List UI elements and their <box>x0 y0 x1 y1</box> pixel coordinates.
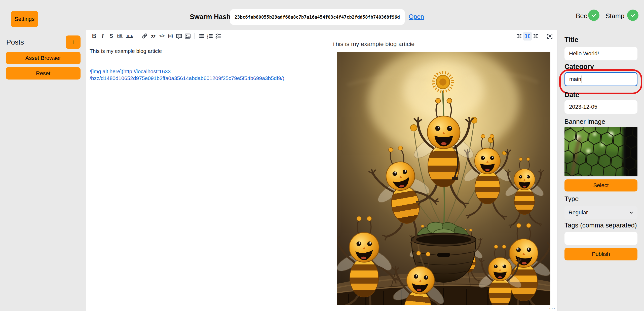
editor-only-view-icon[interactable] <box>515 32 523 41</box>
checklist-icon[interactable] <box>214 32 223 40</box>
publish-button[interactable]: Publish <box>564 248 637 260</box>
chevron-down-icon <box>628 210 634 215</box>
banner-image <box>564 127 637 176</box>
strikethrough-icon[interactable]: S <box>107 32 116 40</box>
etherjot-blog-editor: Settings Swarm Hash Open Bee Stamp Posts… <box>0 0 644 311</box>
editor-image-markdown: /bzz/d1480d10652d975e091b2ffa0a35614abda… <box>90 75 319 82</box>
select-banner-button[interactable]: Select <box>564 179 637 191</box>
bold-icon[interactable]: B <box>90 32 98 40</box>
category-value: main <box>569 76 581 83</box>
settings-button[interactable]: Settings <box>11 11 38 27</box>
image-icon[interactable] <box>183 32 192 40</box>
type-selected-value: Regular <box>569 209 588 216</box>
preview-paragraph: This is my example blog article <box>332 43 557 48</box>
type-select[interactable]: Regular <box>564 206 637 219</box>
horizontal-rule-icon[interactable]: HR <box>116 32 124 40</box>
open-link[interactable]: Open <box>409 13 424 20</box>
italic-icon[interactable]: I <box>98 32 107 40</box>
editor-line <box>90 54 319 61</box>
markdown-preview-pane: This is my example blog article <box>323 43 557 311</box>
stamp-status-label: Stamp <box>605 12 624 20</box>
banner-image-thumbnail <box>564 127 637 176</box>
stamp-status-check-icon <box>627 10 638 21</box>
markdown-editor: B I S HR TITL ” </> {=} <box>86 30 557 311</box>
asset-browser-button[interactable]: Asset Browser <box>6 52 81 64</box>
fullscreen-icon[interactable] <box>546 32 554 41</box>
title-input[interactable] <box>564 47 637 60</box>
link-icon[interactable] <box>140 32 149 40</box>
toolbar-separator <box>194 33 195 39</box>
date-input[interactable] <box>564 100 637 114</box>
swarm-hash-input[interactable] <box>230 9 405 25</box>
code-block-icon[interactable]: {=} <box>166 32 175 40</box>
type-label: Type <box>564 195 579 203</box>
toolbar-separator <box>543 33 543 40</box>
markdown-source-pane[interactable]: This is my example blog article ![img al… <box>86 43 323 311</box>
title-icon[interactable]: TITL <box>124 32 135 40</box>
bee-status-label: Bee <box>576 12 587 20</box>
bee-status-check-icon <box>588 10 599 21</box>
view-mode-controls <box>515 30 554 42</box>
quote-icon[interactable]: ” <box>149 32 158 40</box>
toolbar-separator <box>138 33 138 39</box>
posts-heading: Posts <box>6 38 24 46</box>
category-label: Category <box>564 63 594 71</box>
new-post-button[interactable]: + <box>66 35 81 49</box>
editor-toolbar: B I S HR TITL ” </> {=} <box>86 30 557 42</box>
code-icon[interactable]: </> <box>158 32 166 40</box>
date-label: Date <box>564 91 579 99</box>
swarm-hash-label: Swarm Hash <box>190 13 231 21</box>
preview-overflow-indicator: ... <box>549 305 556 310</box>
ordered-list-icon[interactable]: 1 2 3 <box>206 32 214 40</box>
banner-image-label: Banner image <box>564 118 605 126</box>
preview-only-view-icon[interactable] <box>532 32 540 41</box>
text-cursor <box>582 75 582 83</box>
article-image-dancing-bees <box>337 52 550 305</box>
editor-image-markdown: ![img alt here](http://localhost:1633 <box>90 68 319 75</box>
category-input[interactable]: main <box>564 72 637 86</box>
tags-input[interactable] <box>564 232 637 245</box>
reset-button[interactable]: Reset <box>6 67 81 80</box>
editor-line: This is my example blog article <box>90 48 319 54</box>
svg-text:3: 3 <box>207 37 208 39</box>
comment-code-icon[interactable] <box>175 32 183 40</box>
tags-label: Tags (comma separated) <box>564 221 637 229</box>
editor-line <box>90 61 319 68</box>
title-label: Title <box>564 36 578 44</box>
side-by-side-view-icon[interactable] <box>523 32 532 41</box>
unordered-list-icon[interactable] <box>197 32 206 40</box>
